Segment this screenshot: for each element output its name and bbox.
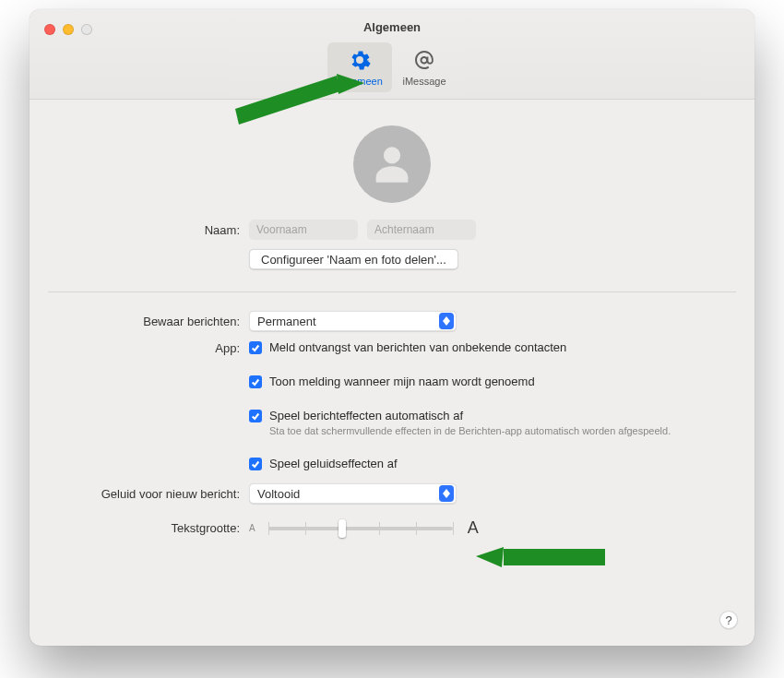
name-label: Naam: — [30, 223, 249, 237]
new-message-sound-label: Geluid voor nieuw bericht: — [30, 487, 249, 501]
svg-point-0 — [384, 147, 400, 163]
titlebar: Algemeen Algemeen iMessage — [30, 9, 754, 100]
text-size-small-icon: A — [249, 523, 255, 533]
tab-general[interactable]: Algemeen — [327, 42, 392, 92]
checkbox-sound-effects[interactable] — [249, 458, 262, 470]
text-size-large-icon: A — [468, 518, 479, 538]
checkbox-message-effects[interactable] — [249, 410, 262, 422]
checkbox-unknown-contacts[interactable] — [249, 341, 262, 354]
help-button[interactable]: ? — [719, 611, 738, 629]
preferences-window: Algemeen Algemeen iMessage Naam: — [30, 9, 754, 646]
profile-avatar[interactable] — [353, 125, 431, 203]
keep-messages-value: Permanent — [257, 315, 316, 328]
checkbox-message-effects-sub: Sta toe dat schermvullende effecten in d… — [269, 425, 671, 436]
last-name-field[interactable] — [367, 220, 476, 240]
svg-marker-4 — [443, 494, 450, 498]
window-title: Algemeen — [30, 20, 754, 34]
keep-messages-popup[interactable]: Permanent — [249, 311, 457, 331]
tab-imessage-label: iMessage — [402, 76, 445, 87]
checkbox-message-effects-label: Speel berichteffecten automatisch af — [269, 409, 671, 422]
app-label: App: — [30, 340, 249, 355]
new-message-sound-value: Voltooid — [257, 487, 300, 501]
section-divider — [48, 291, 736, 292]
chevron-updown-icon — [439, 485, 454, 502]
checkbox-name-mentioned[interactable] — [249, 375, 262, 388]
at-icon — [413, 49, 435, 73]
gear-icon — [349, 49, 371, 73]
checkbox-unknown-contacts-label: Meld ontvangst van berichten van onbeken… — [269, 340, 566, 354]
first-name-field[interactable] — [249, 220, 358, 240]
text-size-slider[interactable] — [268, 519, 453, 538]
person-icon — [368, 138, 416, 190]
toolbar: Algemeen iMessage — [327, 42, 457, 92]
checkbox-sound-effects-label: Speel geluidseffecten af — [269, 457, 398, 470]
content-area: Naam: Configureer 'Naam en foto delen'..… — [30, 100, 754, 646]
keep-messages-label: Bewaar berichten: — [30, 315, 249, 328]
chevron-updown-icon — [439, 313, 454, 329]
text-size-label: Tekstgrootte: — [30, 521, 249, 535]
tab-general-label: Algemeen — [337, 76, 383, 87]
checkbox-name-mentioned-label: Toon melding wanneer mijn naam wordt gen… — [269, 375, 535, 388]
configure-name-photo-button[interactable]: Configureer 'Naam en foto delen'... — [249, 249, 458, 269]
svg-marker-2 — [443, 321, 450, 326]
tab-imessage[interactable]: iMessage — [392, 42, 457, 92]
slider-thumb[interactable] — [339, 519, 346, 538]
new-message-sound-popup[interactable]: Voltooid — [249, 483, 457, 504]
